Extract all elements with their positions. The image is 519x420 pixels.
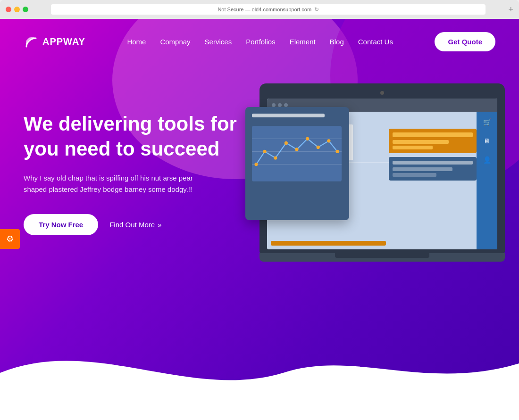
right-cards [389,129,477,231]
svg-point-5 [263,150,267,153]
nav-home[interactable]: Home [127,38,146,46]
screen-dot-2 [278,103,282,107]
url-text: Not Secure — old4.commonsupport.com [218,7,311,12]
site-wrapper: APPWAY Home Compnay Services Portfolios … [0,19,519,420]
orange-bar-3 [393,146,433,149]
monitor-icon: 🖥 [482,136,492,146]
svg-point-9 [306,137,309,140]
floating-card [245,107,349,220]
browser-chrome: Not Secure — old4.commonsupport.com ↻ + [0,0,519,19]
cart-icon: 🛒 [482,117,492,127]
wave-decoration [0,316,519,420]
screen-sidebar: 🛒 🖥 👤 [477,112,497,249]
nav-blog[interactable]: Blog [330,38,344,46]
orange-bar-2 [393,140,449,144]
new-tab-button[interactable]: + [508,5,513,14]
fc-title-bar [252,114,325,117]
nav-links: Home Compnay Services Portfolios Element… [127,38,393,46]
blue-bar-2 [393,167,453,171]
nav-contact[interactable]: Contact Us [358,38,393,46]
svg-point-6 [274,156,277,159]
minimize-button[interactable] [14,7,20,12]
laptop-camera [380,91,384,95]
svg-point-7 [285,141,288,145]
hero-text: We delivering tools for you need to succ… [24,93,250,235]
reload-icon[interactable]: ↻ [314,6,319,13]
logo[interactable]: APPWAY [24,34,85,49]
navbar: APPWAY Home Compnay Services Portfolios … [0,19,519,65]
arrows-icon: » [158,221,161,229]
address-bar[interactable]: Not Secure — old4.commonsupport.com ↻ [51,4,486,15]
svg-point-11 [327,139,330,142]
settings-fab[interactable]: ⚙ [0,229,20,249]
blue-bar-3 [393,173,437,177]
svg-point-4 [254,163,258,166]
gear-icon: ⚙ [6,234,14,244]
screen-dot-3 [284,103,288,107]
svg-point-12 [335,150,339,153]
traffic-lights [6,7,28,12]
get-quote-button[interactable]: Get Quote [435,32,495,51]
laptop-base [260,253,505,262]
laptop-stand [335,253,429,258]
orange-bar-1 [393,132,473,137]
logo-text: APPWAY [42,36,85,47]
close-button[interactable] [6,7,11,12]
nav-services[interactable]: Services [205,38,232,46]
nav-company[interactable]: Compnay [160,38,190,46]
bottom-progress-bar [271,241,386,246]
hero-title: We delivering tools for you need to succ… [24,112,250,161]
laptop-illustration: 🛒 🖥 👤 [260,83,505,262]
blue-card [389,157,477,181]
hero-description: Why I say old chap that is spiffing off … [24,173,203,195]
orange-card [389,129,477,153]
nav-element[interactable]: Element [290,38,316,46]
find-more-link[interactable]: Find Out More » [109,221,161,229]
svg-point-8 [295,148,298,151]
nav-portfolios[interactable]: Portfolios [246,38,276,46]
svg-rect-0 [252,126,342,181]
maximize-button[interactable] [23,7,28,12]
person-icon: 👤 [482,155,492,165]
floating-chart [252,123,342,184]
screen-dot-1 [272,103,276,107]
hero-section: We delivering tools for you need to succ… [0,65,519,262]
blue-bar-1 [393,161,473,165]
logo-icon [24,34,39,49]
try-now-button[interactable]: Try Now Free [24,214,98,235]
svg-point-10 [317,146,320,149]
hero-buttons: Try Now Free Find Out More » [24,214,250,235]
